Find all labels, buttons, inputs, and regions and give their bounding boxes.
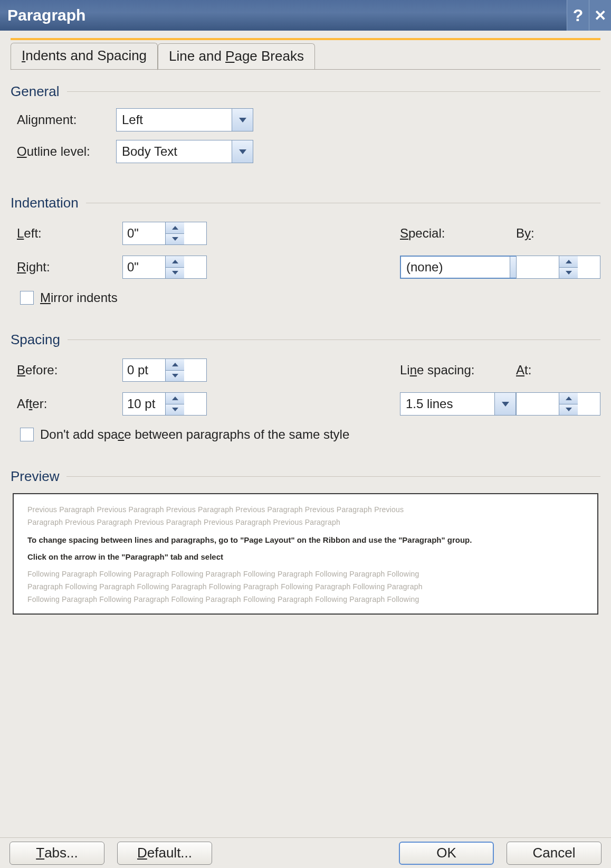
preview-text: Previous Paragraph Previous Paragraph Pr… bbox=[27, 504, 584, 515]
spin-up-button[interactable] bbox=[559, 393, 578, 404]
tab-border bbox=[11, 69, 600, 70]
indent-special-combo[interactable]: (none) bbox=[400, 256, 532, 279]
divider bbox=[86, 203, 600, 203]
spin-down-button[interactable] bbox=[559, 404, 578, 416]
chevron-down-icon bbox=[239, 149, 246, 154]
dialog-footer: Tabs... Default... OK Cancel bbox=[0, 837, 611, 868]
spin-up-button[interactable] bbox=[559, 256, 578, 268]
help-button[interactable]: ? bbox=[567, 0, 589, 31]
triangle-down-icon bbox=[172, 271, 178, 275]
indent-left-value[interactable]: 0" bbox=[123, 222, 165, 244]
spin-down-button[interactable] bbox=[166, 268, 184, 279]
titlebar: Paragraph ? ✕ bbox=[0, 0, 611, 31]
alignment-dropdown-button[interactable] bbox=[232, 109, 253, 131]
triangle-up-icon bbox=[172, 397, 178, 400]
spin-down-button[interactable] bbox=[166, 371, 184, 382]
spin-down-button[interactable] bbox=[559, 268, 578, 279]
indent-by-spinner[interactable] bbox=[516, 256, 600, 279]
section-preview: Preview Previous Paragraph Previous Para… bbox=[11, 468, 600, 615]
tab-line-page-breaks[interactable]: Line and Page Breaks bbox=[158, 43, 315, 70]
spacing-before-spinner[interactable]: 0 pt bbox=[122, 358, 207, 382]
triangle-up-icon bbox=[172, 363, 178, 366]
triangle-up-icon bbox=[566, 397, 572, 400]
section-header-indentation: Indentation bbox=[11, 195, 600, 211]
indent-special-value: (none) bbox=[401, 257, 510, 278]
spin-up-button[interactable] bbox=[166, 222, 184, 234]
spacing-at-spinner[interactable] bbox=[516, 392, 600, 416]
indent-special-label: Special: bbox=[400, 226, 516, 241]
tabs-button[interactable]: Tabs... bbox=[9, 842, 104, 865]
outline-level-value: Body Text bbox=[117, 140, 232, 163]
triangle-down-icon bbox=[172, 374, 178, 378]
tab-indents-spacing[interactable]: Indents and Spacing bbox=[11, 43, 158, 70]
line-spacing-combo[interactable]: 1.5 lines bbox=[400, 392, 516, 416]
spacing-at-value[interactable] bbox=[517, 393, 559, 415]
divider bbox=[67, 91, 601, 92]
linespacing-dropdown-button[interactable] bbox=[494, 393, 515, 415]
alignment-combo[interactable]: Left bbox=[116, 108, 253, 131]
default-button[interactable]: Default... bbox=[117, 842, 212, 865]
line-spacing-value: 1.5 lines bbox=[400, 393, 494, 415]
outline-dropdown-button[interactable] bbox=[232, 140, 253, 163]
indent-left-label: Left: bbox=[17, 226, 122, 241]
triangle-up-icon bbox=[566, 260, 572, 263]
preview-text: Following Paragraph Following Paragraph … bbox=[27, 569, 584, 580]
alignment-value: Left bbox=[117, 109, 232, 131]
indent-right-spinner[interactable]: 0" bbox=[122, 256, 207, 279]
spacing-before-label: Before: bbox=[17, 363, 122, 378]
spacing-after-label: After: bbox=[17, 397, 122, 411]
line-spacing-label: Line spacing: bbox=[400, 363, 516, 378]
window-title: Paragraph bbox=[7, 6, 85, 24]
window-controls: ? ✕ bbox=[567, 0, 611, 31]
spacing-after-value[interactable]: 10 pt bbox=[123, 393, 165, 415]
preview-sample-text: Click on the arrow in the "Paragraph" ta… bbox=[27, 550, 584, 564]
mirror-indents-label: Mirror indents bbox=[40, 290, 118, 305]
triangle-down-icon bbox=[566, 271, 572, 275]
divider bbox=[68, 339, 600, 340]
triangle-up-icon bbox=[172, 226, 178, 230]
spacing-at-label: At: bbox=[516, 363, 600, 378]
indent-right-label: Right: bbox=[17, 260, 122, 275]
close-button[interactable]: ✕ bbox=[589, 0, 611, 31]
mirror-indents-checkbox[interactable] bbox=[20, 291, 34, 305]
preview-text: Following Paragraph Following Paragraph … bbox=[27, 594, 584, 605]
section-general: General Alignment: Left Outline level: B… bbox=[11, 83, 600, 163]
section-spacing: Spacing Before: 0 pt Line spacing: At: A… bbox=[11, 332, 600, 442]
section-header-general: General bbox=[11, 83, 600, 100]
indent-left-spinner[interactable]: 0" bbox=[122, 222, 207, 245]
indent-by-label: By:y: bbox=[516, 226, 600, 241]
spacing-before-value[interactable]: 0 pt bbox=[123, 359, 165, 381]
spin-up-button[interactable] bbox=[166, 256, 184, 268]
spin-up-button[interactable] bbox=[166, 393, 184, 404]
spin-down-button[interactable] bbox=[166, 404, 184, 416]
triangle-up-icon bbox=[172, 260, 178, 263]
section-header-preview: Preview bbox=[11, 468, 600, 485]
spin-down-button[interactable] bbox=[166, 234, 184, 245]
dont-add-space-label: Don't add space between paragraphs of th… bbox=[40, 427, 349, 442]
spacing-after-spinner[interactable]: 10 pt bbox=[122, 392, 207, 416]
preview-text: Paragraph Previous Paragraph Previous Pa… bbox=[27, 517, 584, 528]
indent-by-value[interactable] bbox=[517, 256, 559, 278]
preview-text: Paragraph Following Paragraph Following … bbox=[27, 581, 584, 592]
chevron-down-icon bbox=[239, 118, 246, 122]
indent-right-value[interactable]: 0" bbox=[123, 256, 165, 278]
alignment-label: Alignment: bbox=[11, 112, 116, 127]
triangle-down-icon bbox=[172, 237, 178, 241]
section-header-spacing: Spacing bbox=[11, 332, 600, 348]
cancel-button[interactable]: Cancel bbox=[507, 842, 602, 865]
ok-button[interactable]: OK bbox=[399, 842, 494, 865]
triangle-down-icon bbox=[172, 408, 178, 411]
preview-box: Previous Paragraph Previous Paragraph Pr… bbox=[13, 493, 598, 615]
triangle-down-icon bbox=[566, 408, 572, 411]
divider bbox=[66, 476, 600, 477]
outline-level-combo[interactable]: Body Text bbox=[116, 140, 253, 163]
chevron-down-icon bbox=[502, 402, 509, 407]
spin-up-button[interactable] bbox=[166, 359, 184, 371]
section-indentation: Indentation Left: 0" Special: By:y: Righ… bbox=[11, 195, 600, 305]
preview-sample-text: To change spacing between lines and para… bbox=[27, 533, 584, 547]
tab-strip: Indents and Spacing Line and Page Breaks bbox=[11, 38, 600, 70]
outline-level-label: Outline level: bbox=[11, 144, 116, 159]
dont-add-space-checkbox[interactable] bbox=[20, 428, 34, 441]
